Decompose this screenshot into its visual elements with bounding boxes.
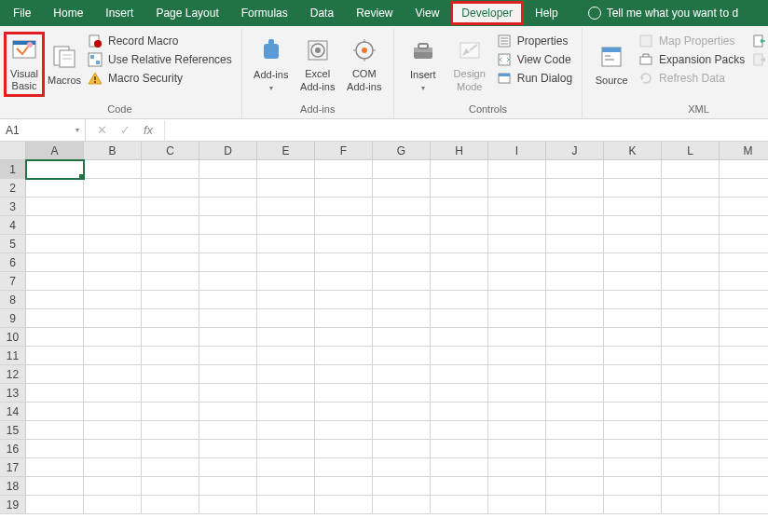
tab-insert[interactable]: Insert — [94, 1, 144, 25]
cell[interactable] — [546, 421, 604, 440]
cell[interactable] — [26, 347, 84, 365]
cell[interactable] — [662, 328, 720, 347]
cell[interactable] — [315, 458, 373, 477]
cell[interactable] — [373, 421, 431, 440]
cell[interactable] — [84, 365, 142, 384]
cell[interactable] — [662, 496, 720, 514]
cell[interactable] — [662, 365, 720, 384]
cell[interactable] — [315, 235, 373, 253]
cell[interactable] — [373, 458, 431, 477]
column-header[interactable]: F — [315, 142, 373, 160]
cell[interactable] — [257, 347, 315, 365]
cell[interactable] — [315, 272, 373, 291]
cell[interactable] — [26, 235, 84, 253]
cell[interactable] — [431, 347, 488, 365]
cell[interactable] — [84, 235, 142, 253]
cell[interactable] — [488, 291, 546, 309]
expansion-packs-button[interactable]: Expansion Packs — [638, 52, 745, 67]
cell[interactable] — [546, 272, 604, 291]
cell[interactable] — [488, 309, 546, 328]
cell[interactable] — [431, 253, 488, 272]
cell[interactable] — [546, 496, 604, 514]
row-header[interactable]: 2 — [0, 179, 26, 198]
cell[interactable] — [199, 384, 257, 402]
macro-security-button[interactable]: Macro Security — [88, 71, 232, 86]
cell[interactable] — [662, 440, 720, 458]
cell[interactable] — [315, 402, 373, 421]
row-header[interactable]: 4 — [0, 216, 26, 235]
cell[interactable] — [604, 160, 662, 179]
cell[interactable] — [431, 179, 488, 198]
cell[interactable] — [142, 309, 199, 328]
cell[interactable] — [546, 365, 604, 384]
cell[interactable] — [604, 309, 662, 328]
cell[interactable] — [373, 384, 431, 402]
cell[interactable] — [604, 458, 662, 477]
cell[interactable] — [84, 309, 142, 328]
cell[interactable] — [488, 421, 546, 440]
cell[interactable] — [720, 328, 768, 347]
macros-button[interactable]: Macros — [45, 32, 84, 97]
row-header[interactable]: 11 — [0, 347, 26, 365]
cell[interactable] — [84, 198, 142, 216]
refresh-data-button[interactable]: Refresh Data — [638, 71, 745, 86]
cell[interactable] — [142, 160, 199, 179]
row-header[interactable]: 17 — [0, 458, 26, 477]
cell[interactable] — [26, 309, 84, 328]
cell[interactable] — [604, 440, 662, 458]
column-header[interactable]: E — [257, 142, 315, 160]
cell[interactable] — [315, 179, 373, 198]
cell[interactable] — [662, 291, 720, 309]
cell[interactable] — [373, 440, 431, 458]
column-header[interactable]: H — [431, 142, 488, 160]
cell[interactable] — [431, 291, 488, 309]
cell[interactable] — [26, 365, 84, 384]
cell[interactable] — [488, 440, 546, 458]
cancel-icon[interactable]: ✕ — [97, 123, 107, 137]
row-header[interactable]: 12 — [0, 365, 26, 384]
addins-button[interactable]: Add-ins ▾ — [248, 32, 295, 97]
cell[interactable] — [26, 253, 84, 272]
cell[interactable] — [431, 309, 488, 328]
cell[interactable] — [431, 440, 488, 458]
cell[interactable] — [315, 328, 373, 347]
cell[interactable] — [257, 496, 315, 514]
row-header[interactable]: 1 — [0, 160, 26, 179]
cell[interactable] — [199, 421, 257, 440]
cell[interactable] — [257, 309, 315, 328]
column-header[interactable]: M — [720, 142, 768, 160]
excel-addins-button[interactable]: Excel Add-ins — [295, 32, 341, 97]
cell[interactable] — [431, 477, 488, 496]
cell[interactable] — [373, 496, 431, 514]
cell[interactable] — [720, 235, 768, 253]
cell[interactable] — [488, 365, 546, 384]
cell[interactable] — [26, 402, 84, 421]
cell[interactable] — [604, 477, 662, 496]
cell[interactable] — [26, 384, 84, 402]
cell[interactable] — [199, 291, 257, 309]
cell[interactable] — [315, 309, 373, 328]
cell[interactable] — [546, 458, 604, 477]
cell[interactable] — [257, 272, 315, 291]
cell[interactable] — [662, 347, 720, 365]
cell[interactable] — [431, 496, 488, 514]
cell[interactable] — [720, 402, 768, 421]
cell[interactable] — [604, 253, 662, 272]
tab-file[interactable]: File — [2, 1, 42, 25]
cell[interactable] — [26, 496, 84, 514]
cell[interactable] — [373, 216, 431, 235]
column-header[interactable]: A — [26, 142, 84, 160]
cell[interactable] — [26, 272, 84, 291]
cell[interactable] — [604, 216, 662, 235]
cell[interactable] — [373, 235, 431, 253]
cell[interactable] — [662, 477, 720, 496]
cell[interactable] — [431, 198, 488, 216]
cell[interactable] — [373, 328, 431, 347]
tab-review[interactable]: Review — [345, 1, 404, 25]
cell[interactable] — [199, 496, 257, 514]
row-header[interactable]: 10 — [0, 328, 26, 347]
cell[interactable] — [604, 347, 662, 365]
cell[interactable] — [373, 477, 431, 496]
cell[interactable] — [546, 160, 604, 179]
cell[interactable] — [142, 216, 199, 235]
